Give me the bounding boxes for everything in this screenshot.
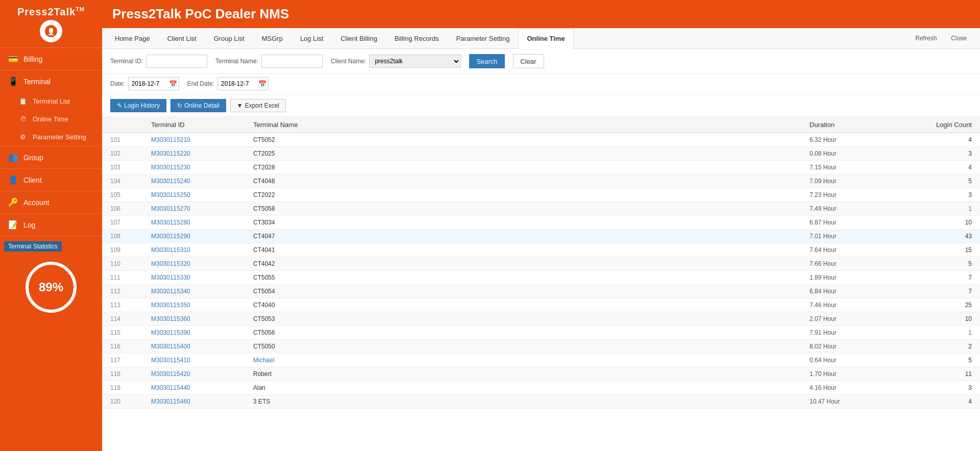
cell-login-count: 4 [903, 395, 980, 409]
cell-row-num: 109 [102, 243, 143, 257]
sidebar-item-client[interactable]: 👤 Client [0, 169, 102, 191]
cell-terminal-id[interactable]: M3030115210 [143, 133, 245, 147]
cell-duration: 1.89 Hour [801, 271, 903, 285]
table-row: 110M3030115320CT40427.66 Hour5 [102, 257, 980, 271]
close-button[interactable]: Close [946, 33, 972, 44]
sidebar-online-time-label: Online Time [33, 115, 68, 123]
terminal-id-label: Terminal ID: [110, 58, 143, 65]
date-input-wrap: 📅 [128, 77, 179, 90]
cell-row-num: 117 [102, 354, 143, 367]
cell-terminal-id[interactable]: M3030115460 [143, 395, 245, 409]
filter-bar-date: Date: 📅 End Date: 📅 [102, 74, 980, 95]
cell-terminal-id[interactable]: M3030115440 [143, 381, 245, 395]
tab-client-list[interactable]: Client List [159, 28, 205, 49]
account-icon: 🔑 [8, 197, 18, 207]
cell-duration: 1.70 Hour [801, 367, 903, 381]
tab-log-list[interactable]: Log List [291, 28, 332, 49]
sidebar-item-log[interactable]: 📝 Log [0, 214, 102, 236]
client-name-select[interactable]: press2talk [369, 55, 461, 68]
clear-button[interactable]: Clear [513, 54, 544, 68]
logo-title: Press2TalkTM [17, 6, 85, 18]
sidebar-item-terminal-list[interactable]: 📋 Terminal List [0, 92, 102, 110]
sidebar-terminal-label: Terminal [23, 78, 51, 86]
sidebar-item-account[interactable]: 🔑 Account [0, 191, 102, 213]
cell-duration: 7.64 Hour [801, 243, 903, 257]
date-calendar-icon[interactable]: 📅 [169, 80, 177, 88]
search-button[interactable]: Search [469, 54, 504, 68]
tab-parameter-setting[interactable]: Parameter Setting [448, 28, 519, 49]
filter-terminal-id: Terminal ID: [110, 55, 207, 68]
tab-online-time[interactable]: Online Time [518, 28, 573, 49]
sidebar-item-terminal[interactable]: 📱 Terminal [0, 70, 102, 92]
cell-row-num: 115 [102, 326, 143, 340]
cell-terminal-id[interactable]: M3030115270 [143, 202, 245, 216]
cell-login-count: 1 [903, 202, 980, 216]
cell-terminal-id[interactable]: M3030115280 [143, 216, 245, 230]
sidebar-item-parameter-setting[interactable]: ⚙ Parameter Setting [0, 128, 102, 146]
refresh-button[interactable]: Refresh [910, 33, 942, 44]
cell-terminal-id[interactable]: M3030115320 [143, 257, 245, 271]
sidebar-log-label: Log [23, 221, 35, 229]
table-row: 106M3030115270CT50587.49 Hour1 [102, 202, 980, 216]
logo-area: Press2TalkTM [0, 0, 102, 48]
sidebar-item-billing[interactable]: 💳 Billing [0, 48, 102, 70]
table-row: 112M3030115340CT50546.84 Hour7 [102, 285, 980, 298]
sidebar-param-label: Parameter Setting [33, 133, 86, 141]
cell-terminal-id[interactable]: M3030115310 [143, 243, 245, 257]
cell-row-num: 101 [102, 133, 143, 147]
cell-terminal-id[interactable]: M3030115390 [143, 326, 245, 340]
cell-terminal-id[interactable]: M3030115400 [143, 340, 245, 354]
logo-icon [40, 20, 62, 42]
cell-terminal-id[interactable]: M3030115410 [143, 354, 245, 367]
cell-terminal-id[interactable]: M3030115330 [143, 271, 245, 285]
cell-terminal-id[interactable]: M3030115290 [143, 230, 245, 243]
cell-terminal-id[interactable]: M3030115350 [143, 298, 245, 312]
stats-circle-container: 89% [4, 252, 98, 323]
cell-duration: 6.32 Hour [801, 133, 903, 147]
tab-msgrp[interactable]: MSGrp [253, 28, 291, 49]
cell-login-count: 11 [903, 367, 980, 381]
table-container[interactable]: Terminal ID Terminal Name Duration Login… [102, 117, 980, 451]
cell-duration: 7.23 Hour [801, 188, 903, 202]
cell-duration: 7.49 Hour [801, 202, 903, 216]
sidebar-item-group[interactable]: 👥 Group [0, 146, 102, 168]
terminal-id-input[interactable] [146, 55, 207, 68]
cell-terminal-id[interactable]: M3030115250 [143, 188, 245, 202]
table-row: 102M3030115220CT20250.08 Hour3 [102, 147, 980, 161]
tab-client-billing[interactable]: Client Billing [332, 28, 386, 49]
cell-login-count: 5 [903, 354, 980, 367]
col-terminal-name: Terminal Name [245, 117, 801, 133]
sidebar-section-log: 📝 Log [0, 214, 102, 236]
terminal-icon: 📱 [8, 77, 18, 86]
tab-billing-records[interactable]: Billing Records [386, 28, 448, 49]
export-excel-button[interactable]: ▼ Export Excel [230, 99, 286, 112]
table-row: 120M30301154603 ETS10.47 Hour4 [102, 395, 980, 409]
table-row: 111M3030115330CT50551.89 Hour7 [102, 271, 980, 285]
cell-terminal-name: CT4041 [245, 243, 801, 257]
tab-home-page[interactable]: Home Page [106, 28, 159, 49]
cell-duration: 4.16 Hour [801, 381, 903, 395]
cell-terminal-id[interactable]: M3030115220 [143, 147, 245, 161]
cell-duration: 7.66 Hour [801, 257, 903, 271]
cell-terminal-id[interactable]: M3030115230 [143, 161, 245, 174]
cell-terminal-id[interactable]: M3030115240 [143, 174, 245, 188]
cell-terminal-id[interactable]: M3030115360 [143, 312, 245, 326]
filter-client-name: Client Name: press2talk [331, 55, 461, 68]
cell-login-count: 3 [903, 381, 980, 395]
tab-group-list[interactable]: Group List [205, 28, 253, 49]
cell-terminal-id[interactable]: M3030115340 [143, 285, 245, 298]
cell-terminal-name: CT4047 [245, 230, 801, 243]
cell-login-count: 15 [903, 243, 980, 257]
online-time-icon: ⏱ [18, 115, 28, 123]
sidebar-terminal-list-label: Terminal List [33, 97, 70, 105]
cell-row-num: 102 [102, 147, 143, 161]
terminal-name-input[interactable] [261, 55, 323, 68]
stats-circle: 89% [26, 262, 77, 313]
end-date-calendar-icon[interactable]: 📅 [258, 80, 266, 88]
cell-terminal-name: CT5055 [245, 271, 801, 285]
sidebar-item-online-time[interactable]: ⏱ Online Time [0, 110, 102, 128]
login-history-button[interactable]: ✎ Login History [110, 99, 166, 112]
online-detail-button[interactable]: ↻ Online Detail [170, 99, 226, 112]
cell-terminal-name: CT5058 [245, 202, 801, 216]
cell-terminal-id[interactable]: M3030115420 [143, 367, 245, 381]
